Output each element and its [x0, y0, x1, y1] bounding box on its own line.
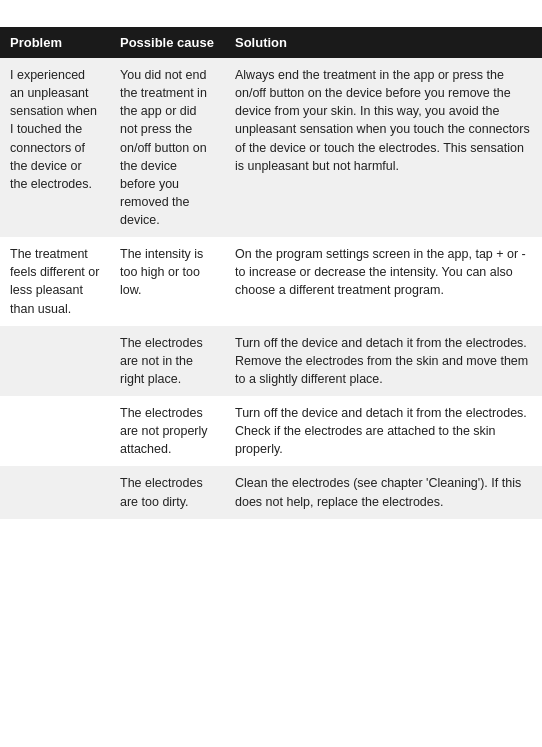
- page-header: [0, 0, 542, 27]
- cell-cause: The intensity is too high or too low.: [110, 237, 225, 326]
- troubleshooting-table: Problem Possible cause Solution I experi…: [0, 27, 542, 519]
- cell-cause: The electrodes are not properly attached…: [110, 396, 225, 466]
- cell-problem: I experienced an unpleasant sensation wh…: [0, 58, 110, 237]
- cell-problem: The treatment feels different or less pl…: [0, 237, 110, 326]
- table-row: The electrodes are not properly attached…: [0, 396, 542, 466]
- cell-solution: Clean the electrodes (see chapter 'Clean…: [225, 466, 542, 518]
- cell-problem: [0, 326, 110, 396]
- cell-problem: [0, 466, 110, 518]
- table-row: I experienced an unpleasant sensation wh…: [0, 58, 542, 237]
- cell-solution: Always end the treatment in the app or p…: [225, 58, 542, 237]
- cell-solution: Turn off the device and detach it from t…: [225, 396, 542, 466]
- cell-problem: [0, 396, 110, 466]
- table-header-row: Problem Possible cause Solution: [0, 27, 542, 58]
- cell-cause: The electrodes are not in the right plac…: [110, 326, 225, 396]
- col-header-problem: Problem: [0, 27, 110, 58]
- table-row: The electrodes are not in the right plac…: [0, 326, 542, 396]
- cell-solution: On the program settings screen in the ap…: [225, 237, 542, 326]
- table-row: The electrodes are too dirty.Clean the e…: [0, 466, 542, 518]
- col-header-solution: Solution: [225, 27, 542, 58]
- cell-cause: You did not end the treatment in the app…: [110, 58, 225, 237]
- cell-solution: Turn off the device and detach it from t…: [225, 326, 542, 396]
- cell-cause: The electrodes are too dirty.: [110, 466, 225, 518]
- col-header-cause: Possible cause: [110, 27, 225, 58]
- table-row: The treatment feels different or less pl…: [0, 237, 542, 326]
